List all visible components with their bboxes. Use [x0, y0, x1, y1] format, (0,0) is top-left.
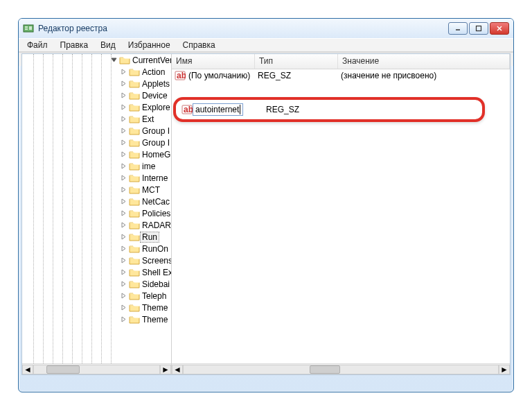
tree-label: NetCac — [142, 197, 170, 207]
scroll-right-icon[interactable]: ► — [499, 365, 510, 374]
highlight-callout: ab autointernet​ REG_SZ — [173, 97, 485, 122]
chevron-right-icon[interactable] — [121, 281, 127, 287]
menubar: Файл Правка Вид Избранное Справка — [19, 38, 513, 52]
titlebar[interactable]: Редактор реестра — [19, 19, 513, 38]
tree-node[interactable]: Group I — [22, 137, 171, 148]
scroll-left-icon[interactable]: ◄ — [22, 365, 33, 374]
folder-icon — [129, 103, 140, 112]
list-pane[interactable]: Имя Тип Значение ab (По умолчанию) REG_S… — [172, 54, 510, 374]
tree-node[interactable]: Explore — [22, 101, 171, 113]
chevron-right-icon[interactable] — [121, 257, 127, 263]
tree-label: Group I — [142, 126, 170, 136]
tree-label: Group I — [142, 138, 170, 148]
chevron-right-icon[interactable] — [121, 69, 127, 75]
string-value-icon: ab — [181, 104, 193, 115]
chevron-right-icon[interactable] — [121, 245, 127, 252]
chevron-right-icon[interactable] — [121, 293, 127, 299]
tree-node[interactable]: Ext — [22, 113, 171, 125]
folder-icon — [129, 114, 140, 124]
tree-node[interactable]: Device — [22, 89, 171, 101]
list-h-scrollbar[interactable]: ◄ ► — [172, 363, 510, 374]
chevron-right-icon[interactable] — [121, 304, 127, 311]
chevron-right-icon[interactable] — [121, 116, 127, 122]
tree-node[interactable]: Theme — [22, 313, 171, 325]
col-type[interactable]: Тип — [255, 54, 338, 69]
tree-node[interactable]: Shell Ex — [22, 266, 171, 278]
scroll-left-icon[interactable]: ◄ — [172, 365, 183, 374]
tree-node[interactable]: NetCac — [22, 196, 171, 207]
folder-icon — [129, 279, 140, 289]
folder-icon — [129, 126, 140, 136]
chevron-down-icon[interactable] — [111, 57, 117, 63]
tree-node[interactable]: Applets — [22, 78, 171, 89]
menu-favorites[interactable]: Избранное — [123, 39, 176, 51]
svg-text:ab: ab — [184, 105, 193, 114]
tree-label: MCT — [142, 185, 160, 195]
tree-node[interactable]: Screens — [22, 254, 171, 266]
svg-rect-2 — [25, 28, 28, 30]
chevron-right-icon[interactable] — [121, 269, 127, 275]
tree-label: Ext — [142, 114, 154, 124]
menu-help[interactable]: Справка — [177, 39, 221, 51]
chevron-right-icon[interactable] — [121, 92, 127, 98]
tree-node[interactable]: Sidebai — [22, 278, 171, 290]
window-frame: Редактор реестра Файл Правка Вид Избранн… — [18, 18, 514, 392]
menu-file[interactable]: Файл — [21, 39, 53, 51]
menu-edit[interactable]: Правка — [55, 39, 94, 51]
chevron-right-icon[interactable] — [121, 234, 127, 240]
tree-label: Applets — [142, 79, 170, 89]
registry-row[interactable]: ab (По умолчанию) REG_SZ (значение не пр… — [172, 69, 510, 82]
chevron-right-icon[interactable] — [121, 175, 127, 181]
chevron-right-icon[interactable] — [121, 128, 127, 134]
tree-node[interactable]: Policies — [22, 207, 171, 219]
row-type: REG_SZ — [255, 71, 338, 80]
chevron-right-icon[interactable] — [121, 222, 127, 228]
chevron-right-icon[interactable] — [121, 210, 127, 216]
col-name[interactable]: Имя — [172, 54, 255, 69]
chevron-right-icon[interactable] — [121, 139, 127, 146]
window-title: Редактор реестра — [38, 24, 448, 33]
minimize-button[interactable] — [448, 22, 468, 35]
chevron-right-icon[interactable] — [121, 80, 127, 87]
tree-h-scrollbar[interactable]: ◄ ► — [22, 363, 171, 374]
menu-view[interactable]: Вид — [95, 39, 121, 51]
tree-node[interactable]: Run — [22, 231, 171, 243]
chevron-right-icon[interactable] — [121, 104, 127, 110]
maximize-button[interactable] — [469, 22, 488, 35]
tree-node[interactable]: Interne — [22, 172, 171, 184]
folder-icon — [129, 291, 140, 301]
tree-node[interactable]: Action — [22, 66, 171, 78]
col-value[interactable]: Значение — [338, 54, 510, 69]
tree-label: HomeG — [142, 150, 170, 159]
regedit-icon — [23, 23, 34, 34]
scroll-right-icon[interactable]: ► — [160, 365, 171, 374]
svg-text:ab: ab — [177, 71, 186, 80]
chevron-right-icon[interactable] — [121, 187, 127, 193]
rename-input[interactable]: autointernet​ — [193, 103, 243, 116]
tree-node[interactable]: ime — [22, 160, 171, 172]
tree-node-root[interactable]: CurrentVer — [22, 54, 171, 66]
tree-node[interactable]: RunOn — [22, 243, 171, 254]
tree-node[interactable]: HomeG — [22, 148, 171, 160]
folder-icon — [119, 55, 130, 65]
tree-label: RADAR — [142, 220, 171, 230]
tree-node[interactable]: Teleph — [22, 290, 171, 302]
folder-icon — [129, 173, 140, 183]
tree-label: Interne — [142, 173, 168, 183]
tree-node[interactable]: MCT — [22, 184, 171, 196]
chevron-right-icon[interactable] — [121, 151, 127, 157]
chevron-right-icon[interactable] — [121, 163, 127, 169]
folder-icon — [129, 268, 140, 277]
folder-icon — [129, 232, 140, 242]
row-name: (По умолчанию) — [188, 71, 250, 80]
tree-node[interactable]: Group I — [22, 125, 171, 137]
client-area: CurrentVerActionAppletsDeviceExploreExtG… — [21, 53, 511, 375]
tree-pane[interactable]: CurrentVerActionAppletsDeviceExploreExtG… — [22, 54, 172, 374]
folder-icon — [129, 185, 140, 195]
chevron-right-icon[interactable] — [121, 316, 127, 322]
close-button[interactable] — [490, 22, 509, 35]
tree-label: Theme — [142, 303, 168, 313]
tree-node[interactable]: RADAR — [22, 219, 171, 231]
tree-node[interactable]: Theme — [22, 302, 171, 313]
chevron-right-icon[interactable] — [121, 198, 127, 205]
